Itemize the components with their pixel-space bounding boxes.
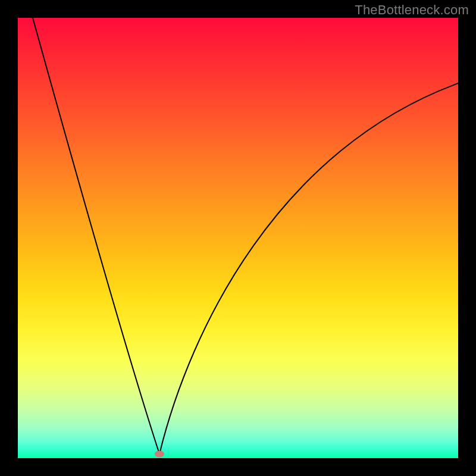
optimal-point-marker	[155, 451, 164, 458]
plot-inner	[18, 18, 458, 458]
bottleneck-curve	[18, 18, 458, 458]
curve-left-branch	[33, 18, 159, 454]
curve-right-branch	[159, 83, 458, 454]
watermark-text: TheBottleneck.com	[355, 2, 469, 18]
chart-frame: TheBottleneck.com	[0, 0, 476, 476]
plot-area	[18, 18, 458, 458]
